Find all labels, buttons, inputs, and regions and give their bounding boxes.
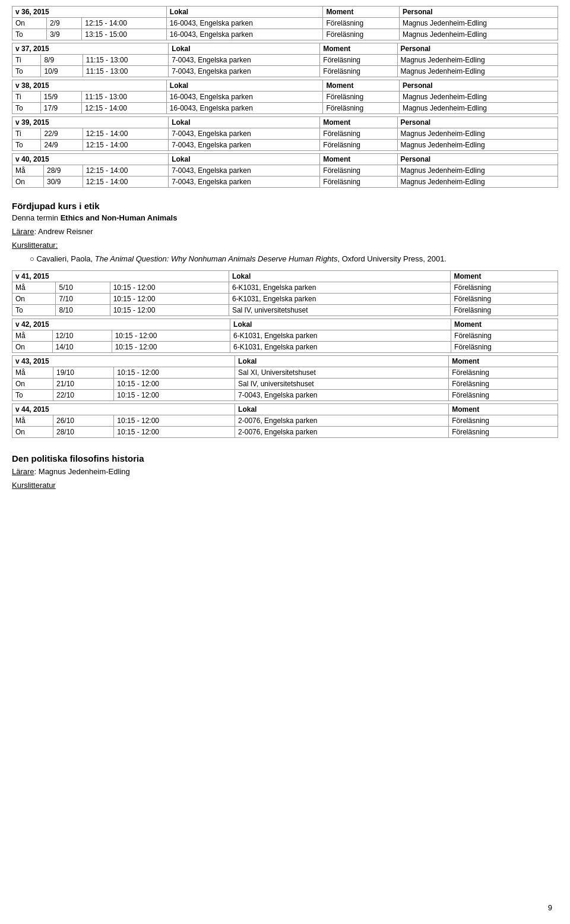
- table-row: On 14/10 10:15 - 12:00 6-K1031, Engelska…: [12, 342, 558, 353]
- table-row: To 3/9 13:15 - 15:00 16-0043, Engelska p…: [12, 29, 558, 40]
- week-37-section: v 37, 2015 Lokal Moment Personal Ti 8/9 …: [12, 43, 558, 77]
- col-moment-36: Moment: [323, 7, 400, 18]
- week-42-section: v 42, 2015 Lokal Moment Må 12/10 10:15 -…: [12, 318, 558, 353]
- table-row: Må 26/10 10:15 - 12:00 2-0076, Engelska …: [12, 415, 558, 427]
- bottom-larare-label: Lärare: [12, 467, 34, 476]
- table-row: On 28/10 10:15 - 12:00 2-0076, Engelska …: [12, 427, 558, 438]
- week-38-section: v 38, 2015 Lokal Moment Personal Ti 15/9…: [12, 80, 558, 114]
- day-cell: On: [12, 18, 47, 29]
- date-cell: 3/9: [46, 29, 81, 40]
- week-39-table: v 39, 2015 Lokal Moment Personal Ti 22/9…: [12, 116, 558, 151]
- time-cell: 13:15 - 15:00: [82, 29, 167, 40]
- week-36-header: v 36, 2015: [12, 7, 82, 18]
- week-44-table: v 44, 2015 Lokal Moment Må 26/10 10:15 -…: [12, 403, 558, 438]
- col-lokal-36: Lokal: [166, 7, 323, 18]
- bullet-list: ○ Cavalieri, Paola, The Animal Question:…: [12, 254, 558, 263]
- table-row: Må 28/9 12:15 - 14:00 7-0043, Engelska p…: [12, 165, 558, 176]
- table-row: To 17/9 12:15 - 14:00 16-0043, Engelska …: [12, 103, 558, 114]
- table-row: To 8/10 10:15 - 12:00 Sal IV, universite…: [12, 305, 558, 316]
- table-row: On 21/10 10:15 - 12:00 Sal IV, universit…: [12, 379, 558, 390]
- larare-label: Lärare: [12, 227, 34, 236]
- table-row: To 10/9 11:15 - 13:00 7-0043, Engelska p…: [12, 66, 558, 77]
- date-cell: 2/9: [46, 18, 81, 29]
- bottom-larare-value: Magnus Jedenheim-Edling: [39, 467, 130, 476]
- personal-cell: Magnus Jedenheim-Edling: [399, 18, 558, 29]
- bottom-title: Den politiska filosofins historia: [12, 453, 558, 463]
- table-row: On 7/10 10:15 - 12:00 6-K1031, Engelska …: [12, 294, 558, 305]
- week-41-table: v 41, 2015 Lokal Moment Må 5/10 10:15 - …: [12, 270, 558, 316]
- moment-cell: Föreläsning: [323, 29, 400, 40]
- moment-cell: Föreläsning: [323, 18, 400, 29]
- course-subtitle: Denna termin Ethics and Non-Human Animal…: [12, 213, 558, 222]
- time-cell: 12:15 - 14:00: [82, 18, 167, 29]
- table-row: Ti 8/9 11:15 - 13:00 7-0043, Engelska pa…: [12, 55, 558, 66]
- week-37-table: v 37, 2015 Lokal Moment Personal Ti 8/9 …: [12, 43, 558, 77]
- bottom-schedule-section: v 41, 2015 Lokal Moment Må 5/10 10:15 - …: [12, 270, 558, 438]
- table-row: To 24/9 12:15 - 14:00 7-0043, Engelska p…: [12, 140, 558, 151]
- week-44-section: v 44, 2015 Lokal Moment Må 26/10 10:15 -…: [12, 403, 558, 438]
- bottom-kurslitteratur-label: Kurslitteratur: [12, 481, 558, 490]
- col-time-36: [82, 7, 167, 18]
- table-row: Må 5/10 10:15 - 12:00 6-K1031, Engelska …: [12, 282, 558, 294]
- course-subtitle-bold: Ethics and Non-Human Animals: [61, 213, 178, 222]
- day-cell: To: [12, 29, 47, 40]
- week-41-section: v 41, 2015 Lokal Moment Må 5/10 10:15 - …: [12, 270, 558, 316]
- week-36-table: v 36, 2015 Lokal Moment Personal On 2/9 …: [12, 6, 558, 40]
- bullet-item-1: ○ Cavalieri, Paola, The Animal Question:…: [30, 254, 558, 263]
- personal-cell: Magnus Jedenheim-Edling: [399, 29, 558, 40]
- larare-line: Lärare: Andrew Reisner: [12, 227, 558, 236]
- week-40-section: v 40, 2015 Lokal Moment Personal Må 28/9…: [12, 153, 558, 188]
- top-schedule-section: v 36, 2015 Lokal Moment Personal On 2/9 …: [12, 6, 558, 188]
- table-row: Må 19/10 10:15 - 12:00 Sal XI, Universit…: [12, 367, 558, 379]
- course-section: Fördjupad kurs i etik Denna termin Ethic…: [12, 201, 558, 263]
- larare-value: Andrew Reisner: [38, 227, 93, 236]
- table-row: Må 12/10 10:15 - 12:00 6-K1031, Engelska…: [12, 330, 558, 342]
- book-title-italic: The Animal Question: Why Nonhuman Animal…: [95, 254, 338, 263]
- week-37-header: v 37, 2015: [12, 43, 83, 55]
- week-43-table: v 43, 2015 Lokal Moment Må 19/10 10:15 -…: [12, 355, 558, 401]
- week-42-table: v 42, 2015 Lokal Moment Må 12/10 10:15 -…: [12, 318, 558, 353]
- lokal-cell: 16-0043, Engelska parken: [166, 29, 323, 40]
- week-39-section: v 39, 2015 Lokal Moment Personal Ti 22/9…: [12, 116, 558, 151]
- week-36-section: v 36, 2015 Lokal Moment Personal On 2/9 …: [12, 6, 558, 40]
- table-row: To 22/10 10:15 - 12:00 7-0043, Engelska …: [12, 390, 558, 401]
- bottom-text-section: Den politiska filosofins historia Lärare…: [12, 453, 558, 490]
- week-40-table: v 40, 2015 Lokal Moment Personal Må 28/9…: [12, 153, 558, 188]
- table-row: On 2/9 12:15 - 14:00 16-0043, Engelska p…: [12, 18, 558, 29]
- table-row: Ti 15/9 11:15 - 13:00 16-0043, Engelska …: [12, 92, 558, 103]
- col-personal-36: Personal: [399, 7, 558, 18]
- week-43-section: v 43, 2015 Lokal Moment Må 19/10 10:15 -…: [12, 355, 558, 401]
- table-row: Ti 22/9 12:15 - 14:00 7-0043, Engelska p…: [12, 128, 558, 140]
- bottom-kurslitteratur-text: Kurslitteratur: [12, 481, 56, 490]
- table-row: On 30/9 12:15 - 14:00 7-0043, Engelska p…: [12, 176, 558, 188]
- kurslitteratur-label: Kurslitteratur:: [12, 241, 558, 250]
- bottom-larare-line: Lärare: Magnus Jedenheim-Edling: [12, 467, 558, 476]
- course-title: Fördjupad kurs i etik: [12, 201, 558, 211]
- lokal-cell: 16-0043, Engelska parken: [166, 18, 323, 29]
- week-38-table: v 38, 2015 Lokal Moment Personal Ti 15/9…: [12, 80, 558, 114]
